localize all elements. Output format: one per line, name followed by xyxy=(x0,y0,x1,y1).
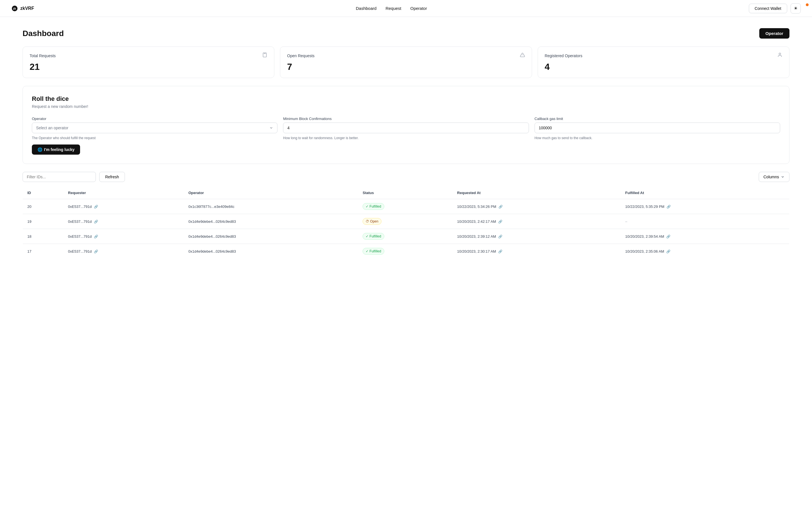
operator-select-placeholder: Select an operator xyxy=(36,126,68,130)
table-row: 19 0xE537...791d 🔗 0x1d4e9debe4...0264c9… xyxy=(23,214,790,229)
stat-value-operators: 4 xyxy=(545,62,782,72)
operator-field-hint: The Operator who should fulfill the requ… xyxy=(32,136,277,140)
cell-operator: 0x1d4e9debe4...0264c9ed83 xyxy=(184,214,358,229)
lucky-button-label: I'm feeling lucky xyxy=(44,147,74,152)
user-icon xyxy=(777,52,782,59)
cell-requested-at: 10/20/2023, 2:30:17 AM 🔗 xyxy=(453,244,620,259)
chevron-down-icon xyxy=(269,126,273,130)
roll-subtitle: Request a new random number! xyxy=(32,104,780,109)
status-badge: ⏱ Open xyxy=(363,218,382,225)
col-status: Status xyxy=(358,187,453,199)
min-confirmations-field: Minimum Block Confirmations How long to … xyxy=(283,117,529,140)
table-section: Refresh Columns ID Requester Operator St… xyxy=(22,172,790,259)
table-row: 18 0xE537...791d 🔗 0x1d4e9debe4...0264c9… xyxy=(23,229,790,244)
fulfilled-at-value: 10/20/2023, 2:39:54 AM xyxy=(625,234,664,238)
fulfilled-link-icon[interactable]: 🔗 xyxy=(666,235,670,238)
status-badge: ✓ Fulfilled xyxy=(363,233,384,240)
table-body: 20 0xE537...791d 🔗 0x1c36f7877c...e3e409… xyxy=(23,199,790,259)
stat-cards: Total Requests 21 Open Requests xyxy=(22,47,790,78)
stat-card-open-requests: Open Requests 7 xyxy=(280,47,532,78)
status-dot xyxy=(806,3,809,6)
fulfilled-link-icon[interactable]: 🔗 xyxy=(666,205,671,209)
status-badge: ✓ Fulfilled xyxy=(363,203,384,210)
page-header: Dashboard Operator xyxy=(22,28,790,39)
gas-limit-hint: How much gas to send to the callback. xyxy=(535,136,780,140)
navbar: zk zkVRF Dashboard Request Operator Conn… xyxy=(0,0,812,17)
fulfilled-at-value: 10/22/2023, 5:35:29 PM xyxy=(625,205,665,209)
cell-requested-at: 10/22/2023, 5:34:26 PM 🔗 xyxy=(453,199,620,214)
requested-link-icon[interactable]: 🔗 xyxy=(499,205,503,209)
cell-status: ⏱ Open xyxy=(358,214,453,229)
operator-field: Operator Select an operator The Operator… xyxy=(32,117,277,140)
columns-chevron-icon xyxy=(781,175,784,179)
columns-button[interactable]: Columns xyxy=(759,172,790,182)
requester-link-icon[interactable]: 🔗 xyxy=(94,249,98,253)
cell-requested-at: 10/20/2023, 2:42:17 AM 🔗 xyxy=(453,214,620,229)
min-confirmations-label: Minimum Block Confirmations xyxy=(283,117,529,121)
col-operator: Operator xyxy=(184,187,358,199)
theme-toggle-button[interactable]: ☀ xyxy=(791,3,801,13)
cell-requester: 0xE537...791d 🔗 xyxy=(63,214,184,229)
cell-id: 20 xyxy=(23,199,64,214)
table-row: 17 0xE537...791d 🔗 0x1d4e9debe4...0264c9… xyxy=(23,244,790,259)
stat-label-open: Open Requests xyxy=(287,54,314,58)
cell-status: ✓ Fulfilled xyxy=(358,244,453,259)
svg-rect-2 xyxy=(264,53,266,54)
cell-fulfilled-at: 10/20/2023, 2:39:54 AM 🔗 xyxy=(621,229,790,244)
nav-operator[interactable]: Operator xyxy=(410,6,427,11)
requested-link-icon[interactable]: 🔗 xyxy=(498,235,502,238)
nav-dashboard[interactable]: Dashboard xyxy=(356,6,376,11)
refresh-button[interactable]: Refresh xyxy=(99,172,125,182)
requested-link-icon[interactable]: 🔗 xyxy=(498,249,502,253)
fulfilled-at-value: 10/20/2023, 2:35:06 AM xyxy=(625,249,664,253)
col-id: ID xyxy=(23,187,64,199)
gas-limit-label: Callback gas limit xyxy=(535,117,780,121)
cell-status: ✓ Fulfilled xyxy=(358,229,453,244)
svg-text:zk: zk xyxy=(13,7,16,10)
page-title: Dashboard xyxy=(22,29,64,38)
stat-value-total: 21 xyxy=(30,62,267,72)
min-confirmations-hint: How long to wait for randomness. Longer … xyxy=(283,136,529,140)
connect-wallet-button[interactable]: Connect Wallet xyxy=(749,4,787,13)
cell-requester: 0xE537...791d 🔗 xyxy=(63,199,184,214)
cell-status: ✓ Fulfilled xyxy=(358,199,453,214)
sun-icon: ☀ xyxy=(794,6,798,11)
operator-button[interactable]: Operator xyxy=(759,28,790,39)
roll-section: Roll the dice Request a new random numbe… xyxy=(22,86,790,164)
operator-select[interactable]: Select an operator xyxy=(32,122,277,133)
requester-link-icon[interactable]: 🔗 xyxy=(94,220,98,224)
data-table: ID Requester Operator Status Requested A… xyxy=(22,186,790,259)
im-feeling-lucky-button[interactable]: 🌐 I'm feeling lucky xyxy=(32,145,80,155)
fulfilled-link-icon[interactable]: 🔗 xyxy=(666,249,670,253)
roll-title: Roll the dice xyxy=(32,95,780,103)
cell-operator: 0x1c36f7877c...e3e409e84c xyxy=(184,199,358,214)
table-toolbar: Refresh Columns xyxy=(22,172,790,182)
requester-link-icon[interactable]: 🔗 xyxy=(94,235,98,238)
globe-icon: 🌐 xyxy=(38,147,42,152)
filter-input[interactable] xyxy=(22,172,96,182)
gas-limit-input[interactable] xyxy=(535,122,780,133)
nav-request[interactable]: Request xyxy=(386,6,401,11)
table-row: 20 0xE537...791d 🔗 0x1c36f7877c...e3e409… xyxy=(23,199,790,214)
stat-card-total-requests: Total Requests 21 xyxy=(22,47,274,78)
cell-requested-at: 10/20/2023, 2:39:12 AM 🔗 xyxy=(453,229,620,244)
stat-label-total: Total Requests xyxy=(30,54,56,58)
requester-link-icon[interactable]: 🔗 xyxy=(94,205,98,209)
cell-requester: 0xE537...791d 🔗 xyxy=(63,229,184,244)
navbar-actions: Connect Wallet ☀ xyxy=(749,3,801,13)
table-header: ID Requester Operator Status Requested A… xyxy=(23,187,790,199)
stat-label-operators: Registered Operators xyxy=(545,54,582,58)
cell-fulfilled-at: 10/20/2023, 2:35:06 AM 🔗 xyxy=(621,244,790,259)
gas-limit-field: Callback gas limit How much gas to send … xyxy=(535,117,780,140)
col-requester: Requester xyxy=(63,187,184,199)
logo-icon: zk xyxy=(11,5,18,12)
cell-requester: 0xE537...791d 🔗 xyxy=(63,244,184,259)
warning-icon xyxy=(520,52,525,59)
stat-value-open: 7 xyxy=(287,62,525,72)
fulfilled-at-dash: – xyxy=(625,219,627,224)
svg-point-5 xyxy=(779,53,781,55)
requested-link-icon[interactable]: 🔗 xyxy=(498,220,502,224)
cell-fulfilled-at: 10/22/2023, 5:35:29 PM 🔗 xyxy=(621,199,790,214)
logo: zk zkVRF xyxy=(11,5,34,12)
min-confirmations-input[interactable] xyxy=(283,122,529,133)
